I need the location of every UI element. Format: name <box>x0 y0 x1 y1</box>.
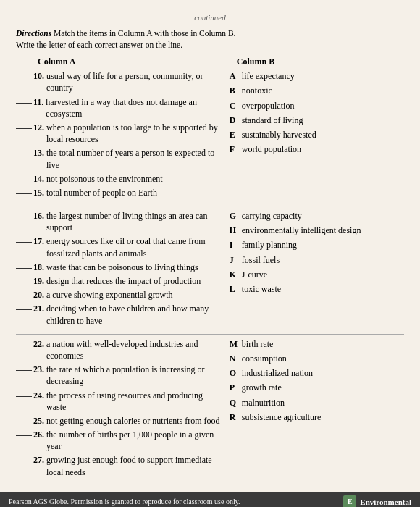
answer-line <box>16 217 32 217</box>
list-item: M birth rate <box>230 338 404 350</box>
section-middle: 16. the largest number of living things … <box>16 210 404 329</box>
option-text: sustainably harvested <box>242 129 404 141</box>
list-item: 26. the number of births per 1,000 peopl… <box>16 429 224 452</box>
column-b-top: Column B A life expectancy B nontoxic C … <box>230 56 404 201</box>
list-item: F world population <box>230 143 404 155</box>
list-item: E sustainably harvested <box>230 129 404 141</box>
item-text: usual way of life for a person, communit… <box>46 70 224 93</box>
list-item: Q malnutrition <box>230 397 404 408</box>
continued-label: continued <box>16 13 404 22</box>
answer-line <box>16 296 32 296</box>
list-item: 13. the total number of years a person i… <box>16 147 224 170</box>
answer-line <box>16 396 32 397</box>
list-item: P growth rate <box>230 382 404 393</box>
option-letter: R <box>230 411 238 423</box>
list-item: H environmentally intelligent design <box>230 225 404 236</box>
option-letter: Q <box>230 397 238 408</box>
item-text: a nation with well-developed industries … <box>46 338 224 361</box>
item-text: not getting enough calories or nutrients… <box>46 415 224 427</box>
list-item: 12. when a population is too large to be… <box>16 122 224 145</box>
answer-line <box>16 242 32 243</box>
option-text: overpopulation <box>242 100 404 112</box>
item-number: 25. <box>33 415 44 427</box>
list-item: 22. a nation with well-developed industr… <box>16 338 224 361</box>
item-text: the number of births per 1,000 people in… <box>46 429 224 452</box>
col-b2-items-container: G carrying capacity H environmentally in… <box>230 210 404 295</box>
option-letter: E <box>230 129 238 141</box>
item-text: design that reduces the impact of produc… <box>46 275 224 287</box>
item-number: 23. <box>33 364 44 375</box>
list-item: J fossil fuels <box>230 254 404 266</box>
section-divider-2 <box>16 334 404 335</box>
item-number: 10. <box>33 70 44 82</box>
page: continued Directions Match the items in … <box>0 0 420 507</box>
option-letter: K <box>230 269 238 280</box>
answer-line <box>16 282 32 282</box>
option-letter: A <box>230 70 238 82</box>
list-item: 20. a curve showing exponential growth <box>16 289 224 301</box>
option-letter: H <box>230 225 238 236</box>
item-number: 21. <box>33 303 44 314</box>
answer-line <box>16 461 32 461</box>
option-letter: B <box>230 85 238 96</box>
col-a-items-container: 10. usual way of life for a person, comm… <box>16 70 224 198</box>
list-item: 18. waste that can be poisonous to livin… <box>16 261 224 273</box>
option-text: malnutrition <box>242 397 404 408</box>
directions: Directions Match the items in Column A w… <box>16 28 404 51</box>
item-text: not poisonous to the environment <box>46 173 224 185</box>
list-item: B nontoxic <box>230 85 404 96</box>
list-item: 21. deciding when to have children and h… <box>16 303 224 326</box>
section-divider-1 <box>16 206 404 206</box>
option-text: environmentally intelligent design <box>242 225 404 236</box>
answer-line <box>16 435 32 436</box>
answer-line <box>16 370 32 371</box>
column-a-mid: 16. the largest number of living things … <box>16 210 230 329</box>
answer-line <box>16 309 32 310</box>
list-item: K J-curve <box>230 269 404 280</box>
list-item: I family planning <box>230 239 404 251</box>
list-item: 25. not getting enough calories or nutri… <box>16 415 224 427</box>
answer-line <box>16 154 32 154</box>
item-text: a curve showing exponential growth <box>46 289 224 301</box>
col-b-header: Column B <box>237 56 404 67</box>
item-text: deciding when to have children and how m… <box>46 303 224 326</box>
item-number: 16. <box>33 210 44 222</box>
option-letter: O <box>230 367 238 379</box>
answer-line <box>16 193 32 194</box>
option-letter: J <box>230 254 238 266</box>
option-text: subsistence agriculture <box>242 411 404 423</box>
list-item: 23. the rate at which a population is in… <box>16 364 224 387</box>
item-text: growing just enough food to support imme… <box>46 454 224 477</box>
col-a3-items-container: 22. a nation with well-developed industr… <box>16 338 224 478</box>
option-text: growth rate <box>242 382 404 393</box>
option-text: birth rate <box>242 338 404 350</box>
item-number: 19. <box>33 275 44 287</box>
option-text: fossil fuels <box>242 254 404 266</box>
option-text: toxic waste <box>242 283 404 295</box>
answer-line <box>16 345 32 345</box>
option-text: industrialized nation <box>242 367 404 379</box>
item-text: the process of using resources and produ… <box>46 390 224 413</box>
option-text: family planning <box>242 239 404 251</box>
list-item: N consumption <box>230 353 404 364</box>
col-b-items-container: A life expectancy B nontoxic C overpopul… <box>230 70 404 155</box>
list-item: 17. energy sources like oil or coal that… <box>16 235 224 259</box>
section-bottom: 22. a nation with well-developed industr… <box>16 338 404 480</box>
item-text: the total number of years a person is ex… <box>46 147 224 170</box>
option-letter: N <box>230 353 238 364</box>
item-number: 14. <box>33 173 44 185</box>
item-text: when a population is too large to be sup… <box>46 122 224 145</box>
option-letter: L <box>230 283 238 295</box>
option-text: consumption <box>242 353 404 364</box>
list-item: 24. the process of using resources and p… <box>16 390 224 413</box>
list-item: 15. total number of people on Earth <box>16 187 224 198</box>
directions-text2: Write the letter of each correct answer … <box>16 41 182 49</box>
answer-line <box>16 77 32 77</box>
option-letter: M <box>230 338 238 350</box>
item-text: total number of people on Earth <box>46 187 224 198</box>
list-item: 16. the largest number of living things … <box>16 210 224 233</box>
answer-line <box>16 180 32 180</box>
option-letter: F <box>230 143 238 155</box>
list-item: 27. growing just enough food to support … <box>16 454 224 477</box>
column-b-bot: M birth rate N consumption O industriali… <box>230 338 404 480</box>
